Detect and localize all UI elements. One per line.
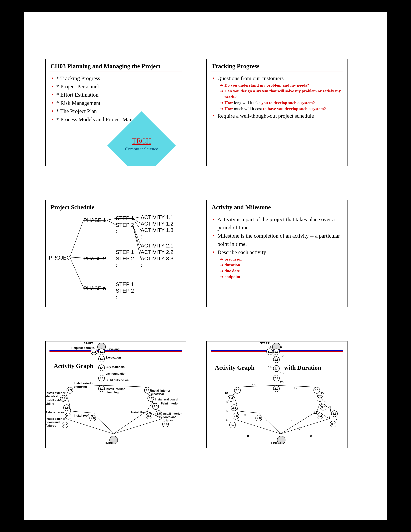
svg-line-0 — [70, 220, 84, 257]
node-35: 3.5 — [156, 410, 162, 417]
arrow-icon: ➔ — [220, 268, 223, 274]
label-excav: Excavation — [106, 356, 121, 359]
bullet-dot: • — [51, 99, 55, 107]
label-phase2: PHASE 2 — [84, 256, 106, 262]
label-start: START — [84, 342, 93, 345]
page: CH03 Planning and Managing the Project •… — [24, 12, 387, 520]
arrow-icon: ➔ — [220, 262, 223, 268]
label-colon-b: : — [116, 262, 117, 268]
node-35b: 3.5 — [331, 410, 338, 417]
bullet-dot: • — [213, 74, 216, 82]
w-25-26: 5 — [226, 409, 228, 413]
w-13-14: 10 — [268, 365, 271, 369]
slide-6-title-right: with Duration — [284, 364, 321, 371]
node-21b: 2.1 — [273, 375, 280, 381]
arrow-icon: ➔ — [220, 83, 223, 88]
rule-red — [49, 213, 182, 213]
node-33b: 3.3 — [320, 404, 326, 410]
rule-red — [211, 213, 343, 213]
label-step2-b: STEP 2 — [116, 256, 134, 262]
label-flooring: Install flooring — [131, 411, 151, 414]
label-a12: ACTIVITY 1.2 — [141, 221, 173, 227]
schedule-diagram: PROJECT PHASE 1 PHASE 2 PHASE n STEP 1 S… — [46, 214, 186, 304]
w-22-31: 12 — [294, 386, 297, 390]
arrow-icon: ➔ — [220, 106, 223, 112]
label-buildwall: Build outside wall — [106, 379, 130, 382]
slide-2: Tracking Progress •Questions from our cu… — [206, 59, 347, 166]
rule-blue — [49, 212, 182, 212]
node-14: 1.4 — [98, 364, 105, 371]
node-24b: 2.4 — [228, 395, 234, 402]
arrow-icon: ➔ — [220, 100, 223, 106]
slide-4-title: Activity and Milestone — [207, 200, 347, 212]
node-32: 3.2 — [148, 395, 154, 402]
node-12b: 1.1 — [266, 349, 273, 355]
svg-line-33 — [113, 411, 147, 434]
slide-5-title: Activity Graph — [54, 362, 93, 370]
bullet-text: * Project Personnel — [56, 82, 99, 91]
label-intelec: Install interior electrical — [151, 389, 177, 396]
node-23: 2.3 — [66, 387, 73, 393]
svg-line-21 — [66, 394, 69, 403]
label-colon-a: : — [116, 228, 117, 234]
label-a21: ACTIVITY 2.1 — [141, 243, 173, 249]
label-colon-c: : — [116, 294, 117, 300]
label-phasen: PHASE n — [84, 285, 106, 292]
sub-text: precursor — [224, 256, 242, 262]
logo-diamond: TECH Computer Science — [115, 119, 168, 166]
node-26b: 2.6 — [233, 413, 239, 419]
slide-4-bullets: •Activity is a part of the project that … — [207, 214, 347, 280]
label-extdoors: Install exterior doors and fixtures — [46, 417, 66, 427]
node-13: 1.3 — [98, 356, 105, 362]
w-22-23: 10 — [252, 383, 255, 387]
w-23-24: 10 — [224, 391, 228, 395]
svg-line-54 — [317, 403, 320, 411]
svg-line-25 — [94, 413, 113, 434]
activity-graph-duration: Activity Graph with Duration — [207, 342, 347, 441]
label-paintint: Paint interior — [161, 402, 179, 405]
bullet-dot: • — [51, 82, 55, 91]
w-32-33: 9 — [325, 400, 326, 404]
bullet-text: Activity is a part of the project that t… — [217, 215, 342, 232]
label-intdoors: Install interior doors and fixtures — [162, 412, 183, 422]
w-28-fin-b: 0 — [291, 418, 292, 422]
slide-1-bullets: •* Tracking Progress •* Project Personne… — [46, 73, 186, 124]
rule-blue — [49, 71, 182, 71]
w-start-right: 3 — [280, 345, 282, 349]
node-27b: 2.7 — [229, 422, 236, 428]
bullet-text: * The Project Plan — [56, 107, 97, 115]
label-buymat: Buy materials — [106, 365, 125, 369]
w-27-fin: 0 — [247, 434, 249, 438]
node-31: 3.1 — [144, 387, 151, 393]
label-survey: Surveying — [106, 348, 120, 351]
label-wallboard: Install wallboard — [155, 398, 177, 401]
w-24-25: 8 — [226, 400, 228, 404]
slide-1-title: CH03 Planning and Managing the Project — [46, 59, 186, 71]
logo-main: TECH — [115, 137, 168, 145]
slide-2-bullets: •Questions from our customers ➔Do you un… — [207, 73, 347, 120]
label-paintext: Paint exterior — [46, 411, 64, 414]
svg-line-26 — [68, 419, 113, 434]
bullet-dot: • — [51, 115, 55, 124]
node-34b: 3.4 — [317, 413, 323, 419]
svg-line-34 — [113, 419, 162, 434]
label-colon-e: : — [141, 262, 142, 268]
svg-line-19 — [102, 385, 145, 387]
node-32b: 3.2 — [317, 395, 323, 402]
activity-graph: Activity Graph — [46, 342, 186, 441]
w-21-22: 20 — [280, 380, 283, 384]
node-36b: 3.6 — [330, 421, 336, 427]
w-33-34: 18 — [314, 411, 318, 415]
w-31-32: 15 — [320, 391, 324, 395]
bullet-dot: • — [213, 112, 216, 120]
rule-red — [49, 351, 182, 352]
svg-line-55 — [329, 409, 331, 419]
svg-line-48 — [238, 411, 260, 413]
bullet-dot: • — [51, 74, 55, 82]
w-35-36: 7 — [336, 417, 337, 421]
label-a13: ACTIVITY 1.3 — [141, 227, 173, 233]
w-14-21: 15 — [280, 371, 283, 375]
node-21: 2.1 — [98, 375, 105, 381]
bullet-text: Milestone is the completion of an activi… — [217, 232, 342, 248]
label-reqperm: Request permits — [71, 346, 94, 350]
